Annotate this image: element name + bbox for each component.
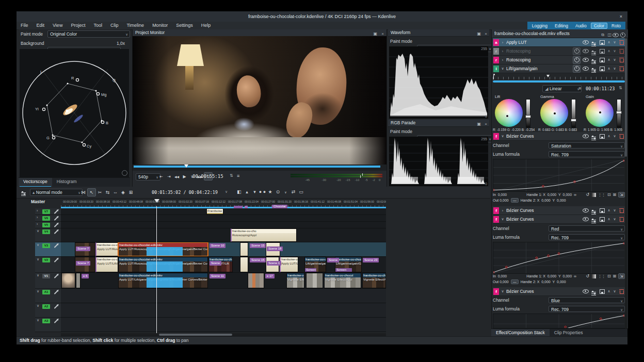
move-down-icon[interactable]: ∨ bbox=[613, 217, 617, 221]
timeline-settings-icon[interactable] bbox=[20, 188, 27, 195]
zoom-out-icon[interactable]: ⊞ bbox=[613, 192, 617, 197]
presets-icon[interactable] bbox=[590, 207, 597, 214]
timeline-clip[interactable]: framboise-ou-chocolVignette Effect/Appl bbox=[324, 273, 361, 288]
curve-editor-saturation[interactable] bbox=[493, 159, 626, 192]
timecode-spinner-icon[interactable]: ⇅ bbox=[230, 173, 233, 178]
mixer-button[interactable]: ⇄ bbox=[289, 188, 297, 195]
overwrite-zone-button[interactable]: ● ● bbox=[259, 188, 266, 195]
track-v6[interactable] bbox=[61, 215, 386, 222]
track-id-badge[interactable]: V1 bbox=[42, 274, 50, 278]
save-effect-icon[interactable] bbox=[599, 39, 605, 46]
remove-point-icon[interactable]: — bbox=[511, 279, 519, 284]
chevron-icon[interactable]: ∨ bbox=[501, 134, 505, 138]
favorite-effects-button[interactable]: ★ bbox=[266, 188, 274, 195]
effect-row-lift-gamma-gain[interactable]: l∨Lift/gamma/gain∧∨ bbox=[493, 64, 625, 73]
edit-track-icon[interactable] bbox=[54, 216, 58, 222]
wheel-slider-gain[interactable] bbox=[617, 99, 621, 128]
float-icon[interactable]: ▣ bbox=[477, 121, 481, 127]
edit-track-icon[interactable] bbox=[54, 243, 58, 249]
save-effect-icon[interactable] bbox=[599, 133, 605, 140]
color-wheel-gamma[interactable] bbox=[540, 99, 568, 127]
timeline-clip[interactable] bbox=[306, 273, 323, 288]
move-down-icon[interactable]: ∨ bbox=[613, 49, 617, 53]
render-button[interactable]: ▭ bbox=[297, 188, 305, 195]
timeline-clip[interactable]: framboise-ou-chocolat-edit.mkvApply LUT/… bbox=[118, 273, 208, 288]
record-button[interactable]: ⊙ bbox=[274, 188, 282, 195]
monitor-timecode[interactable]: 00:00:55:15 bbox=[192, 174, 223, 179]
spacer-tool[interactable]: ⇆ bbox=[104, 189, 111, 196]
timeline-clip[interactable] bbox=[61, 273, 75, 288]
menu-timeline[interactable]: Timeline bbox=[122, 22, 148, 29]
guide-label[interactable]: Chocolat bbox=[272, 205, 287, 208]
seek-playhead[interactable] bbox=[184, 164, 188, 168]
chevron-icon[interactable]: ∨ bbox=[501, 217, 505, 221]
timeline-clip[interactable] bbox=[76, 273, 81, 288]
track-a1[interactable] bbox=[61, 289, 386, 303]
keyframe-ruler[interactable] bbox=[493, 74, 625, 84]
title-bar[interactable]: framboise-ou-chocolat-color.kdenlive / 4… bbox=[17, 11, 627, 22]
presets-icon[interactable] bbox=[590, 48, 597, 55]
menu-edit[interactable]: Edit bbox=[33, 22, 49, 29]
channel-select[interactable]: Saturation∨ bbox=[549, 142, 625, 149]
slider-handle[interactable] bbox=[525, 115, 531, 118]
enable-effect-icon[interactable] bbox=[582, 133, 589, 140]
bezier-curves-effect-row[interactable]: f∨Bézier Curves∧∨ bbox=[493, 287, 625, 296]
timeline-timecode[interactable]: 00:01:35:02 / 00:04:22:19 bbox=[152, 190, 218, 195]
edit-mode-select[interactable]: ▴ Normal mode∨ bbox=[30, 189, 83, 196]
track-a3[interactable] bbox=[61, 318, 386, 332]
close-icon[interactable]: × bbox=[485, 121, 487, 127]
lift-zone-button[interactable]: ▾ bbox=[251, 188, 259, 195]
track-chevron-icon[interactable]: ∨ bbox=[37, 243, 39, 247]
go-zone-start[interactable]: ⇤ bbox=[157, 173, 165, 180]
gradient-bg-icon[interactable] bbox=[591, 274, 596, 278]
presets-icon[interactable] bbox=[590, 57, 597, 63]
go-zone-end[interactable]: ⇥ bbox=[165, 173, 173, 180]
wheel-slider-gamma[interactable] bbox=[571, 99, 576, 128]
reset-icon[interactable]: ↺ bbox=[586, 192, 589, 197]
track-v2[interactable]: Scene 7framboise-ou-choApply LUT/Lift/ga… bbox=[61, 257, 386, 273]
close-icon[interactable]: × bbox=[620, 11, 622, 22]
composition-screen[interactable]: Screen bbox=[335, 268, 352, 272]
parade-header[interactable]: RGB Parade ▣ × bbox=[388, 120, 489, 127]
timeline-label-clip[interactable]: Scene 1 bbox=[267, 261, 281, 266]
composition-screen[interactable]: Screen bbox=[305, 268, 316, 272]
track-id-badge[interactable]: V3 bbox=[42, 243, 50, 248]
timeline-label-clip[interactable]: Scene 7 bbox=[76, 246, 90, 251]
luma-formula-select[interactable]: Rec. 709∨ bbox=[549, 234, 625, 240]
track-id-badge[interactable]: V7 bbox=[42, 209, 50, 214]
menu-settings[interactable]: Settings bbox=[172, 22, 197, 29]
float-icon[interactable]: ▣ bbox=[477, 30, 481, 37]
delete-effect-icon[interactable] bbox=[618, 216, 625, 223]
menu-help[interactable]: Help bbox=[197, 22, 215, 29]
monitor-menu-icon[interactable]: ≡ bbox=[237, 173, 239, 178]
timecode-spinner-icon[interactable]: ⇅ bbox=[619, 86, 622, 90]
channel-select[interactable]: Red∨ bbox=[549, 225, 625, 232]
enable-effect-icon[interactable] bbox=[582, 288, 589, 295]
move-down-icon[interactable]: ∨ bbox=[613, 58, 617, 62]
track-chevron-icon[interactable]: ∨ bbox=[37, 257, 39, 261]
move-down-icon[interactable]: ∨ bbox=[613, 208, 617, 212]
slider-handle[interactable] bbox=[571, 119, 576, 122]
track-v5[interactable] bbox=[61, 222, 386, 228]
edit-track-icon[interactable] bbox=[54, 209, 58, 215]
slider-handle[interactable] bbox=[616, 111, 622, 114]
stopwatch-icon[interactable] bbox=[573, 56, 581, 64]
track-id-badge[interactable]: V6 bbox=[42, 216, 50, 221]
scope-handle-icon[interactable] bbox=[122, 170, 127, 176]
timeline-clip[interactable]: framboise-ou-chLift/gamma/gainScreen bbox=[304, 257, 326, 272]
enable-effect-icon[interactable] bbox=[582, 65, 589, 72]
edit-track-icon[interactable] bbox=[54, 273, 58, 279]
effect-row-rotoscoping[interactable]: r›Rotoscoping∧∨ bbox=[493, 56, 625, 64]
slip-tool[interactable]: ⇔ bbox=[111, 189, 119, 196]
move-down-icon[interactable]: ∨ bbox=[613, 289, 617, 293]
delete-effect-icon[interactable] bbox=[618, 207, 625, 214]
zoom-in-icon[interactable]: ⊡ bbox=[607, 274, 611, 278]
chevron-icon[interactable]: ∨ bbox=[501, 289, 505, 293]
presets-icon[interactable] bbox=[590, 65, 597, 72]
timeline-clip[interactable]: framboise-ou-choApply LUT/Rotosc bbox=[95, 242, 118, 256]
timeline-label-clip[interactable]: e 17 bbox=[265, 274, 275, 278]
track-a2[interactable] bbox=[61, 303, 386, 318]
reset-icon[interactable]: ↺ bbox=[586, 274, 589, 278]
chevron-down-icon[interactable]: ∨ bbox=[225, 190, 228, 194]
gradient-bg-icon[interactable] bbox=[591, 193, 596, 197]
